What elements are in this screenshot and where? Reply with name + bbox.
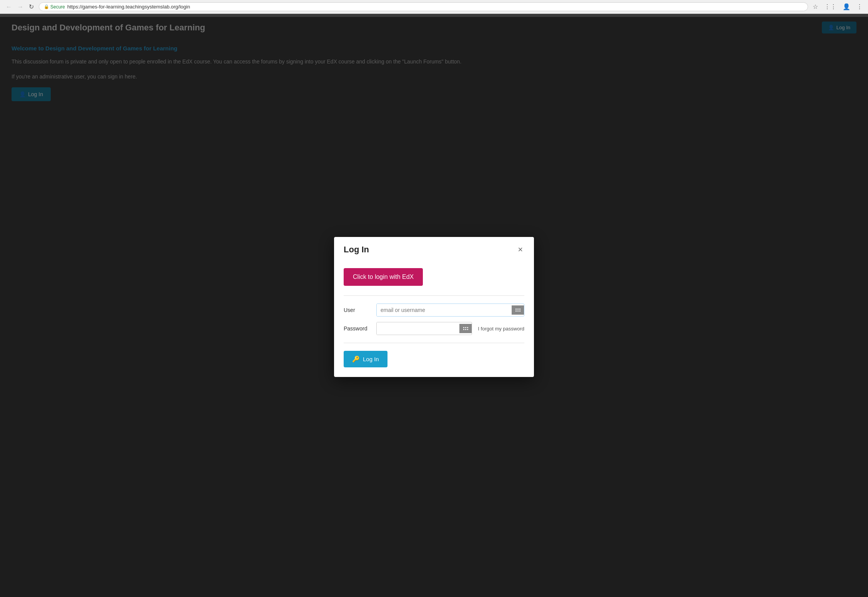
user-field-group: User (344, 304, 524, 317)
dot (465, 327, 466, 328)
modal-footer-divider (344, 343, 524, 343)
password-input[interactable] (377, 322, 459, 335)
address-bar-container: 🔒 Secure (39, 2, 808, 11)
password-field-group: Password (344, 322, 524, 335)
browser-chrome: ← → ↻ 🔒 Secure ☆ ⋮⋮ 👤 ⋮ (0, 0, 868, 14)
modal-divider (344, 295, 524, 296)
password-input-icon-button[interactable] (459, 324, 472, 333)
user-input-wrapper (376, 304, 524, 317)
bookmark-button[interactable]: ☆ (811, 2, 820, 11)
modal-body: Click to login with EdX User (334, 260, 534, 377)
page-background: Design and Development of Games for Lear… (0, 14, 868, 594)
dots-icon-2 (463, 327, 468, 330)
profile-button[interactable]: 👤 (841, 2, 852, 11)
dot (515, 310, 517, 312)
dot (467, 329, 468, 330)
password-input-wrapper (376, 322, 472, 335)
secure-label: Secure (50, 4, 65, 10)
dot (467, 327, 468, 328)
login-btn-label: Log In (363, 356, 379, 362)
dot (463, 327, 464, 328)
modal-title: Log In (344, 245, 369, 255)
menu-button[interactable]: ⋮ (855, 2, 864, 11)
dot (517, 309, 519, 310)
dot (517, 310, 519, 312)
modal-overlay: Log In × Click to login with EdX User (0, 17, 868, 597)
forgot-password-link[interactable]: I forgot my password (478, 326, 524, 332)
user-input[interactable] (377, 304, 512, 316)
extensions-button[interactable]: ⋮⋮ (823, 2, 838, 11)
dot (463, 329, 464, 330)
dot (519, 310, 520, 312)
browser-actions: ☆ ⋮⋮ 👤 ⋮ (811, 2, 864, 11)
dot (519, 309, 520, 310)
login-modal: Log In × Click to login with EdX User (334, 237, 534, 377)
nav-buttons: ← → ↻ (4, 2, 36, 11)
modal-close-button[interactable]: × (516, 245, 524, 254)
edx-login-button[interactable]: Click to login with EdX (344, 268, 423, 286)
refresh-button[interactable]: ↻ (27, 2, 36, 11)
user-label: User (344, 307, 376, 313)
dot (515, 309, 517, 310)
lock-icon: 🔒 (44, 4, 49, 9)
address-bar-input[interactable] (67, 4, 803, 10)
dot (465, 329, 466, 330)
secure-badge: 🔒 Secure (44, 4, 65, 10)
password-label: Password (344, 325, 376, 332)
modal-header: Log In × (334, 237, 534, 260)
login-submit-button[interactable]: 🔑 Log In (344, 351, 387, 367)
dots-icon (515, 309, 520, 312)
user-input-icon-button[interactable] (512, 305, 524, 315)
forward-button[interactable]: → (15, 3, 25, 11)
login-person-icon: 🔑 (352, 355, 360, 363)
back-button[interactable]: ← (4, 3, 14, 11)
